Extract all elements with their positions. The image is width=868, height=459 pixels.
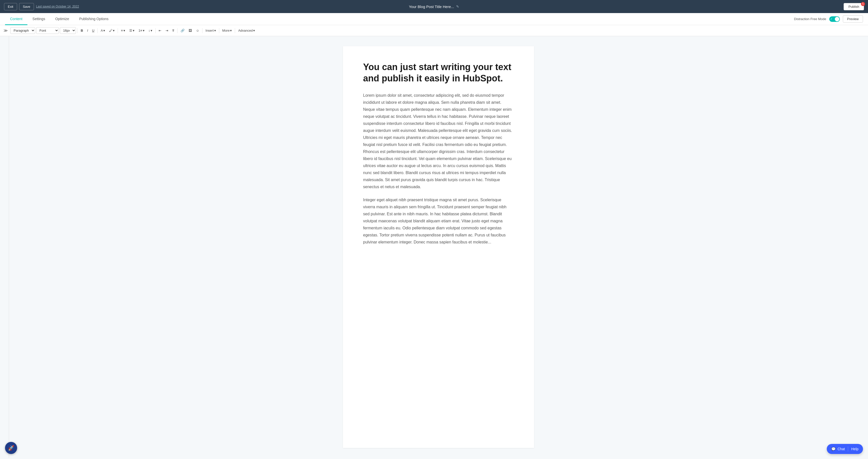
- chat-separator: [848, 447, 848, 452]
- bot-icon[interactable]: 🚀: [5, 442, 17, 454]
- page-title: Your Blog Post Title Here...: [409, 4, 454, 9]
- link-button[interactable]: 🔗: [179, 28, 186, 33]
- toolbar-sep-2: [97, 28, 98, 33]
- indent-icon: ⇥: [165, 29, 168, 32]
- underline-button[interactable]: U: [91, 28, 96, 33]
- top-bar: Exit Save Last saved on October 14, 2022…: [0, 0, 868, 13]
- toolbar-sep-3: [118, 28, 118, 33]
- tabs-list: Content Settings Optimize Publishing Opt…: [5, 13, 114, 25]
- align-button[interactable]: ≡ ▾: [119, 28, 127, 33]
- list-button[interactable]: ☰ ▾: [128, 28, 136, 33]
- font-color-chevron: ▾: [103, 29, 105, 32]
- save-button[interactable]: Save: [19, 3, 34, 10]
- line-height-chevron: ▾: [151, 29, 152, 32]
- image-icon: 🖼: [189, 29, 192, 32]
- tab-content[interactable]: Content: [5, 13, 27, 25]
- tab-settings[interactable]: Settings: [27, 13, 50, 25]
- list-chevron: ▾: [133, 29, 134, 32]
- more-chevron: ▾: [230, 29, 232, 32]
- highlight-button[interactable]: 🖊 ▾: [107, 28, 116, 33]
- toolbar-sep-8: [235, 28, 235, 33]
- editor-content[interactable]: You can just start writing your text and…: [343, 46, 534, 448]
- highlight-icon: 🖊: [109, 29, 113, 32]
- list-icon: ☰: [129, 29, 132, 32]
- insert-dropdown[interactable]: Insert ▾: [204, 28, 217, 33]
- more-dropdown[interactable]: More ▾: [221, 28, 234, 33]
- editor-area[interactable]: You can just start writing your text and…: [9, 36, 868, 458]
- left-sidebar: [0, 36, 9, 458]
- publish-button-wrap: Publish 5: [844, 3, 864, 10]
- line-height-icon: ↕: [149, 29, 150, 32]
- advanced-chevron: ▾: [253, 29, 255, 32]
- toggle-knob: [835, 17, 839, 21]
- toggle-background[interactable]: ✓: [829, 16, 840, 22]
- rocket-icon: 🚀: [8, 445, 14, 451]
- highlight-chevron: ▾: [113, 29, 115, 32]
- font-family-select[interactable]: Font: [36, 27, 59, 34]
- chat-widget: 💬 Chat Help: [827, 444, 863, 454]
- image-button[interactable]: 🖼: [187, 28, 193, 33]
- align-chevron: ▾: [123, 29, 125, 32]
- toolbar-sep-6: [202, 28, 203, 33]
- link-icon: 🔗: [181, 29, 185, 32]
- advanced-dropdown[interactable]: Advanced ▾: [237, 28, 256, 33]
- ordered-list-icon: 1≡: [138, 29, 142, 32]
- font-color-button[interactable]: A ▾: [99, 28, 106, 33]
- font-size-select[interactable]: 16px: [60, 27, 76, 34]
- align-icon: ≡: [121, 29, 123, 32]
- toolbar-sep-5: [177, 28, 178, 33]
- last-saved-text[interactable]: Last saved on October 14, 2022: [36, 5, 79, 8]
- edit-title-icon[interactable]: ✎: [456, 4, 459, 8]
- bold-button[interactable]: B: [79, 28, 85, 33]
- ordered-list-button[interactable]: 1≡ ▾: [137, 28, 146, 33]
- advanced-label: Advanced: [238, 29, 253, 32]
- tabs-right: Distraction Free Mode ✓ Preview: [794, 15, 863, 23]
- line-height-button[interactable]: ↕ ▾: [147, 28, 154, 33]
- italic-button[interactable]: I: [86, 28, 90, 33]
- ordered-list-chevron: ▾: [143, 29, 145, 32]
- indent-button[interactable]: ⇥: [164, 28, 170, 33]
- insert-label: Insert: [206, 29, 214, 32]
- emoji-icon: ☺: [196, 29, 199, 32]
- insert-chevron: ▾: [214, 29, 216, 32]
- chat-bubble-icon: 💬: [831, 447, 836, 451]
- distraction-free-toggle[interactable]: ✓: [829, 16, 840, 22]
- preview-button[interactable]: Preview: [843, 15, 863, 23]
- top-bar-center: Your Blog Post Title Here... ✎: [409, 4, 459, 9]
- font-color-label: A: [100, 29, 103, 32]
- chat-help-button[interactable]: 💬 Chat Help: [827, 444, 863, 454]
- toolbar: ≫ Paragraph Font 16px B I U A ▾ 🖊 ▾ ≡ ▾ …: [0, 25, 868, 36]
- toolbar-sep-4: [155, 28, 156, 33]
- content-heading[interactable]: You can just start writing your text and…: [363, 61, 514, 84]
- outdent-button[interactable]: ⇤: [157, 28, 163, 33]
- top-bar-left: Exit Save Last saved on October 14, 2022: [4, 3, 79, 10]
- toolbar-sep-7: [219, 28, 219, 33]
- more-label: More: [222, 29, 230, 32]
- tabs-bar: Content Settings Optimize Publishing Opt…: [0, 13, 868, 25]
- toolbar-sep-1: [78, 28, 78, 33]
- top-bar-right: Publish 5: [844, 3, 864, 10]
- exit-button[interactable]: Exit: [4, 3, 17, 10]
- distraction-free-label: Distraction Free Mode: [794, 17, 826, 21]
- tab-publishing-options[interactable]: Publishing Options: [74, 13, 114, 25]
- toggle-check-icon: ✓: [830, 17, 833, 21]
- toolbar-expand-icon[interactable]: ≫: [2, 27, 9, 34]
- chat-label: Chat: [838, 447, 845, 451]
- clear-format-icon: T̶: [172, 29, 174, 32]
- emoji-button[interactable]: ☺: [194, 28, 200, 33]
- content-paragraph-2[interactable]: Integer eget aliquet nibh praesent trist…: [363, 196, 514, 246]
- outdent-icon: ⇤: [159, 29, 161, 32]
- paragraph-style-select[interactable]: Paragraph: [10, 27, 35, 34]
- tab-optimize[interactable]: Optimize: [50, 13, 74, 25]
- clear-format-button[interactable]: T̶: [171, 28, 176, 33]
- content-paragraph-1[interactable]: Lorem ipsum dolor sit amet, consectetur …: [363, 92, 514, 190]
- notification-badge: 5: [861, 2, 865, 6]
- main-area: You can just start writing your text and…: [0, 36, 868, 458]
- help-label: Help: [851, 447, 859, 451]
